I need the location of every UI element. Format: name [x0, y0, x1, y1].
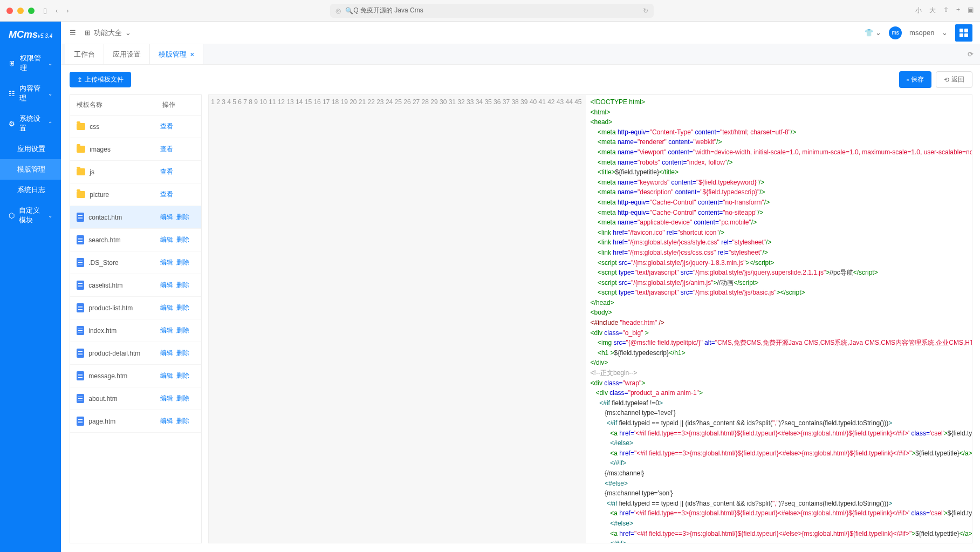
save-icon: ▫ — [907, 76, 909, 84]
file-row[interactable]: caselist.htm编辑删除 — [70, 274, 201, 297]
del-link[interactable]: 删除 — [176, 258, 189, 267]
gutter: 1 2 3 4 5 6 7 8 9 10 11 12 13 14 15 16 1… — [209, 95, 586, 543]
file-header: 模板名称 操作 — [70, 95, 201, 115]
search-icon: 🔍 — [345, 7, 353, 15]
chevron-down-icon: ⌄ — [48, 91, 52, 97]
view-link[interactable]: 查看 — [160, 167, 173, 176]
sidebar-sub-系统日志[interactable]: 系统日志 — [0, 180, 61, 200]
sidebar-item-1[interactable]: ☷内容管理⌄ — [0, 78, 61, 108]
edit-link[interactable]: 编辑 — [160, 281, 173, 290]
browser-chrome: ▯ ‹ › ◎ 🔍 Q 免疫开源的 Java Cms ↻ 小 大 ⇧ + ▣ — [0, 0, 980, 22]
del-link[interactable]: 删除 — [176, 326, 189, 335]
sidebar-sub-应用设置[interactable]: 应用设置 — [0, 139, 61, 159]
file-row[interactable]: about.htm编辑删除 — [70, 387, 201, 410]
address-bar[interactable]: ◎ 🔍 Q 免疫开源的 Java Cms ↻ — [330, 4, 654, 18]
sidebar-item-3[interactable]: ⬡自定义模块⌄ — [0, 200, 61, 230]
del-link[interactable]: 删除 — [176, 394, 189, 403]
del-link[interactable]: 删除 — [176, 371, 189, 380]
chevron-down-icon[interactable]: ⌄ — [942, 29, 948, 37]
share-icon[interactable]: ⇧ — [943, 6, 949, 15]
edit-link[interactable]: 编辑 — [160, 371, 173, 380]
edit-link[interactable]: 编辑 — [160, 258, 173, 267]
shield-icon: ⛨ — [9, 59, 16, 67]
file-row[interactable]: contact.htm编辑删除 — [70, 206, 201, 229]
file-icon — [77, 394, 84, 403]
code-area[interactable]: <!DOCTYPE html> <html> <head> <meta http… — [586, 95, 972, 543]
edit-link[interactable]: 编辑 — [160, 235, 173, 244]
hamburger-icon[interactable]: ☰ — [70, 29, 76, 37]
view-link[interactable]: 查看 — [160, 145, 173, 154]
username[interactable]: msopen — [909, 29, 934, 37]
shirt-icon[interactable]: 👕 ⌄ — [865, 29, 881, 37]
tab-refresh-icon[interactable]: ⟳ — [960, 50, 980, 58]
close-window[interactable] — [6, 8, 13, 14]
close-icon[interactable]: × — [190, 50, 194, 59]
del-link[interactable]: 删除 — [176, 349, 189, 358]
file-row[interactable]: product-detail.htm编辑删除 — [70, 342, 201, 365]
file-icon — [77, 213, 84, 222]
tab-2[interactable]: 模版管理× — [150, 44, 203, 64]
forward-icon[interactable]: › — [66, 6, 68, 15]
topbar: ☰ ⊞ 功能大全 ⌄ 👕 ⌄ ms msopen ⌄ — [61, 22, 980, 44]
edit-link[interactable]: 编辑 — [160, 303, 173, 312]
file-icon — [77, 235, 84, 244]
sidebar-sub-模版管理[interactable]: 模版管理 — [0, 159, 61, 180]
upload-button[interactable]: ↥ 上传模板文件 — [70, 72, 131, 87]
file-row[interactable]: page.htm编辑删除 — [70, 410, 201, 433]
text-small[interactable]: 小 — [915, 6, 922, 15]
file-row[interactable]: images查看 — [70, 138, 201, 161]
avatar[interactable]: ms — [889, 26, 902, 39]
save-button[interactable]: ▫ 保存 — [899, 71, 931, 88]
main: ☰ ⊞ 功能大全 ⌄ 👕 ⌄ ms msopen ⌄ 工作台应用设置模版管理× … — [61, 22, 980, 552]
file-row[interactable]: picture查看 — [70, 183, 201, 206]
file-icon — [77, 326, 84, 335]
back-button[interactable]: ⟲ 返回 — [936, 71, 972, 88]
sidebar-item-2[interactable]: ⚙系统设置⌃ — [0, 108, 61, 139]
del-link[interactable]: 删除 — [176, 235, 189, 244]
back-icon[interactable]: ‹ — [56, 6, 58, 15]
edit-link[interactable]: 编辑 — [160, 213, 173, 222]
file-row[interactable]: index.htm编辑删除 — [70, 319, 201, 342]
tab-1[interactable]: 应用设置 — [104, 44, 150, 64]
view-link[interactable]: 查看 — [160, 122, 173, 131]
file-row[interactable]: css查看 — [70, 115, 201, 138]
file-row[interactable]: .DS_Store编辑删除 — [70, 251, 201, 274]
file-icon — [77, 281, 84, 290]
shield-icon: ◎ — [335, 7, 341, 15]
sidebar-toggle-icon[interactable]: ▯ — [43, 6, 47, 15]
edit-link[interactable]: 编辑 — [160, 349, 173, 358]
file-row[interactable]: product-list.htm编辑删除 — [70, 297, 201, 319]
minimize-window[interactable] — [17, 8, 24, 14]
file-list[interactable]: css查看images查看js查看picture查看contact.htm编辑删… — [70, 115, 201, 543]
tabs-icon[interactable]: ▣ — [968, 6, 974, 15]
file-row[interactable]: search.htm编辑删除 — [70, 229, 201, 251]
tabs: 工作台应用设置模版管理× ⟳ — [61, 44, 980, 65]
del-link[interactable]: 删除 — [176, 417, 189, 426]
app: MCmsv5.3.4 ⛨权限管理⌄☷内容管理⌄⚙系统设置⌃应用设置模版管理系统日… — [0, 22, 980, 552]
file-row[interactable]: js查看 — [70, 161, 201, 183]
tab-0[interactable]: 工作台 — [65, 44, 104, 64]
del-link[interactable]: 删除 — [176, 281, 189, 290]
del-link[interactable]: 删除 — [176, 303, 189, 312]
chevron-down-icon: ⌄ — [125, 29, 131, 37]
col-name: 模板名称 — [70, 95, 156, 115]
edit-link[interactable]: 编辑 — [160, 394, 173, 403]
topbar-menu[interactable]: ⊞ 功能大全 ⌄ — [85, 28, 131, 38]
view-link[interactable]: 查看 — [160, 190, 173, 199]
file-icon — [77, 371, 84, 380]
folder-icon — [77, 168, 85, 175]
maximize-window[interactable] — [28, 8, 35, 14]
file-row[interactable]: message.htm编辑删除 — [70, 365, 201, 387]
new-tab-icon[interactable]: + — [956, 6, 960, 15]
code-editor[interactable]: 1 2 3 4 5 6 7 8 9 10 11 12 13 14 15 16 1… — [208, 94, 972, 543]
apps-button[interactable] — [955, 24, 972, 42]
edit-link[interactable]: 编辑 — [160, 417, 173, 426]
folder-icon — [77, 191, 85, 198]
chevron-up-icon: ⌃ — [48, 121, 52, 127]
topbar-right: 👕 ⌄ ms msopen ⌄ — [865, 24, 972, 42]
sidebar-item-0[interactable]: ⛨权限管理⌄ — [0, 48, 61, 78]
edit-link[interactable]: 编辑 — [160, 326, 173, 335]
del-link[interactable]: 删除 — [176, 213, 189, 222]
text-big[interactable]: 大 — [929, 6, 936, 15]
refresh-icon[interactable]: ↻ — [643, 7, 648, 15]
